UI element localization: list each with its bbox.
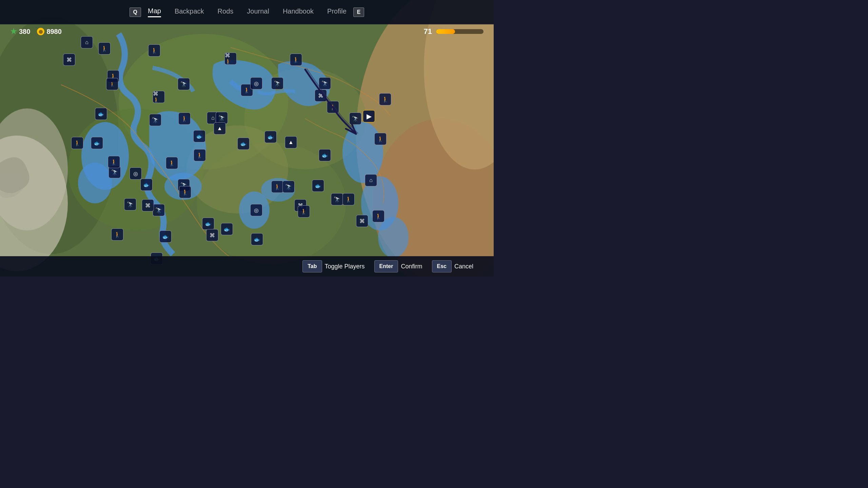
map-icon-fish-7[interactable]: 🐟 <box>312 180 324 192</box>
map-icon-binoculars-3[interactable]: 🔭 <box>319 77 331 89</box>
map-icon-target-3[interactable]: ◎ <box>250 204 262 216</box>
enter-key[interactable]: Enter <box>374 260 398 272</box>
xp-bar-fill <box>436 29 455 34</box>
e-key[interactable]: E <box>353 7 364 17</box>
map-icon-mountain-2[interactable]: ▲ <box>285 136 297 148</box>
map-icon-walk-14[interactable]: 🚶 <box>179 186 191 198</box>
map-icon-walk-16[interactable]: 🚶 <box>298 205 310 218</box>
map-icon-mountain-1[interactable]: ▲ <box>214 122 226 135</box>
q-key[interactable]: Q <box>130 7 141 17</box>
map-icon-cmd-walk-1[interactable]: ⌘🚶 <box>153 91 165 103</box>
map-icon-binoculars-10[interactable]: 🔭 <box>124 198 136 210</box>
svg-point-13 <box>78 163 112 203</box>
tab-backpack[interactable]: Backpack <box>175 7 204 17</box>
map-icon-walk-4[interactable]: 🚶 <box>106 78 118 90</box>
esc-key[interactable]: Esc <box>432 260 452 272</box>
confirm-label: Confirm <box>401 263 422 270</box>
map-icon-walk-10[interactable]: 🚶 <box>194 149 206 161</box>
map-icon-fish-9[interactable]: 🐟 <box>202 218 214 230</box>
map-icon-cmd-walk-2[interactable]: ⌘🚶 <box>224 53 237 65</box>
map-icon-cmd-3[interactable]: ⌘ <box>142 199 154 211</box>
map-icon-cmd-6[interactable]: ⌘ <box>356 215 368 227</box>
map-icon-binoculars-4[interactable]: 🔭 <box>349 113 361 125</box>
map-icon-walk-2[interactable]: 🚶 <box>148 44 160 57</box>
map-icon-home-1[interactable]: ⌂ <box>81 36 93 48</box>
map-icon-walk-11[interactable]: 🚶 <box>71 137 83 149</box>
nav-tabs: Map Backpack Rods Journal Handbook Profi… <box>148 7 347 17</box>
map-icon-walk-7[interactable]: 🚶 <box>327 101 339 113</box>
toggle-players-label: Toggle Players <box>325 263 365 270</box>
map-icon-fish-4[interactable]: 🐟 <box>91 137 103 149</box>
map-icon-walk-20[interactable]: 🚶 <box>374 133 387 145</box>
svg-point-19 <box>378 217 409 258</box>
map-icon-cmd-5[interactable]: ⌘ <box>206 229 218 241</box>
map-icon-fish-8[interactable]: 🐟 <box>140 179 153 191</box>
map-icon-binoculars-1[interactable]: 🔭 <box>178 78 190 90</box>
map-icon-home-3[interactable]: ⌂ <box>365 174 377 186</box>
level-value: 71 <box>424 27 432 36</box>
coins-value: 8980 <box>46 28 62 36</box>
tab-journal[interactable]: Journal <box>247 7 269 17</box>
map-icon-walk-18[interactable]: 🚶 <box>372 210 384 222</box>
stars-stat: ★ 380 <box>10 27 30 36</box>
map-icon-fish-11[interactable]: 🐟 <box>159 230 172 243</box>
map-icon-binoculars-6[interactable]: 🔭 <box>149 114 161 126</box>
player-marker: ▶ <box>363 110 375 122</box>
top-nav: Q Map Backpack Rods Journal Handbook Pro… <box>0 0 494 24</box>
hud-top-right: 71 <box>424 27 484 36</box>
map-icon-walk-17[interactable]: 🚶 <box>342 193 355 205</box>
map-icon-binoculars-12[interactable]: 🔭 <box>331 193 343 205</box>
tab-rods[interactable]: Rods <box>218 7 234 17</box>
svg-point-17 <box>342 122 383 183</box>
xp-bar <box>436 29 484 34</box>
hud-top-left: ★ 380 ⬤ 8980 <box>10 27 62 36</box>
map-icon-fish-12[interactable]: 🐟 <box>251 233 263 245</box>
map-icon-fish-2[interactable]: 🐟 <box>264 131 277 143</box>
map-icon-walk-8[interactable]: 🚶 <box>379 93 391 105</box>
star-icon: ★ <box>10 27 17 36</box>
map-icon-binoculars-7[interactable]: 🔭 <box>282 181 295 193</box>
map-icon-walk-5[interactable]: 🚶 <box>290 54 302 66</box>
stars-value: 380 <box>19 28 30 36</box>
map-icon-walk-1[interactable]: 🚶 <box>98 42 111 55</box>
coins-stat: ⬤ 8980 <box>37 28 62 36</box>
tab-key[interactable]: Tab <box>302 260 322 272</box>
tab-map[interactable]: Map <box>148 7 161 17</box>
map-icon-fish-1[interactable]: 🐟 <box>193 130 205 142</box>
map-icon-walk-12[interactable]: 🚶 <box>166 157 178 169</box>
map-icon-binoculars-2[interactable]: 🔭 <box>271 77 283 89</box>
map-icon-target-1[interactable]: ◎ <box>250 77 262 89</box>
tab-handbook[interactable]: Handbook <box>283 7 314 17</box>
cancel-label: Cancel <box>454 263 473 270</box>
map-icon-walk-19[interactable]: 🚶 <box>111 228 123 241</box>
map-icon-fish-6[interactable]: 🐟 <box>319 149 331 161</box>
map-icon-cmd-1[interactable]: ⌘ <box>63 54 75 66</box>
map-icon-walk-9[interactable]: 🚶 <box>178 113 191 125</box>
map-icon-binoculars-11[interactable]: 🔭 <box>153 204 165 216</box>
coin-icon: ⬤ <box>37 28 44 35</box>
map-icon-fish-10[interactable]: 🐟 <box>221 223 233 235</box>
tab-profile[interactable]: Profile <box>327 7 347 17</box>
bottom-bar: Tab Toggle Players Enter Confirm Esc Can… <box>0 256 494 277</box>
map-icon-cmd-2[interactable]: ⌘ <box>315 89 327 102</box>
map-icon-fish-3[interactable]: 🐟 <box>95 108 107 120</box>
map-icon-walk-13[interactable]: 🚶 <box>271 181 283 193</box>
map-icon-target-2[interactable]: ◎ <box>130 167 142 180</box>
map-icon-fish-5[interactable]: 🐟 <box>237 138 250 150</box>
map-icon-walk-15[interactable]: 🚶 <box>108 156 120 168</box>
